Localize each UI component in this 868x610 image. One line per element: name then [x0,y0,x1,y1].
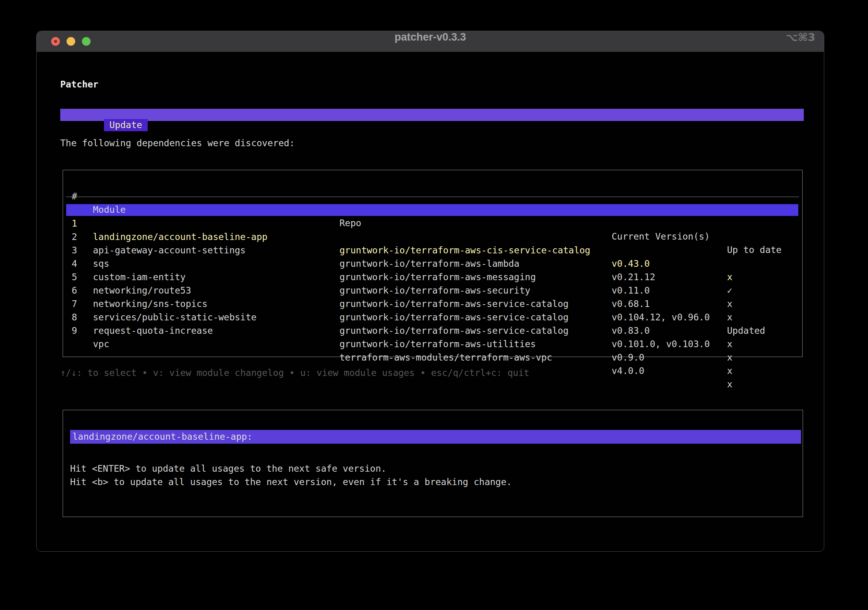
table-header-divider [66,197,799,197]
row-uptodate: Updated [727,324,765,337]
header-uptodate: Up to date [727,243,781,257]
table-row[interactable]: 1 landingzone/account-baseline-app grunt… [63,203,802,217]
intro-text: The following dependencies were discover… [60,136,295,150]
selected-module-header: landingzone/account-baseline-app: [70,430,801,444]
row-repo: gruntwork-io/terraform-aws-service-catal… [339,324,569,337]
titlebar[interactable]: patcher-v0.3.3 ⌥⌘3 [37,31,824,52]
tab-update[interactable]: Update [104,119,148,131]
window-title: patcher-v0.3.3 [37,31,824,52]
row-uptodate: x [727,297,733,311]
row-version: v0.68.1 [612,297,650,311]
tab-bar: Update [60,109,804,121]
hint-enter-line: Hit <ENTER> to update all usages to the … [70,462,386,475]
row-module: networking/route53 [93,284,191,297]
row-uptodate: x [727,337,733,351]
row-module: api-gateway-account-settings [93,244,246,257]
table-header-row: # Module Repo Current Version(s) Up to d… [63,176,802,190]
row-index: 3 [72,244,77,257]
header-version: Current Version(s) [612,230,710,243]
row-version: v0.104.12, v0.96.0 [612,311,710,324]
app-heading: Patcher [60,78,98,91]
row-module: vpc [93,337,109,351]
row-index: 7 [72,297,77,311]
row-repo: terraform-aws-modules/terraform-aws-vpc [339,351,552,364]
row-module: services/public-static-website [93,311,256,324]
keyboard-help: ↑/↓: to select • v: view module changelo… [60,366,529,379]
row-module: sqs [93,257,109,270]
row-module: custom-iam-entity [93,270,185,284]
row-version: v4.0.0 [612,364,644,378]
table-body: 1 landingzone/account-baseline-app grunt… [63,203,802,324]
row-index: 1 [72,217,77,230]
header-repo: Repo [339,216,361,230]
row-version: v0.21.12 [612,270,655,284]
row-index: 4 [72,257,77,270]
row-version: v0.11.0 [612,284,650,297]
row-index: 5 [72,270,77,284]
row-uptodate: x [727,311,733,324]
dependencies-table: # Module Repo Current Version(s) Up to d… [63,170,803,357]
row-repo: gruntwork-io/terraform-aws-utilities [339,337,536,351]
detail-panel: landingzone/account-baseline-app: Hit <E… [63,410,803,517]
row-uptodate: x [727,364,733,378]
row-index: 6 [72,284,77,297]
row-index: 2 [72,230,77,244]
row-version: v0.101.0, v0.103.0 [612,337,710,351]
header-module: Module [93,203,126,216]
row-version: v0.83.0 [612,324,650,337]
row-repo: gruntwork-io/terraform-aws-cis-service-c… [339,244,590,257]
row-repo: gruntwork-io/terraform-aws-security [339,284,530,297]
desktop: patcher-v0.3.3 ⌥⌘3 Patcher Update The fo… [0,0,868,610]
hint-breaking-line: Hit <b> to update all usages to the next… [70,475,512,489]
row-module: request-quota-increase [93,324,213,337]
row-module: landingzone/account-baseline-app [93,230,267,244]
row-uptodate: x [727,378,733,391]
row-index: 9 [72,324,77,337]
row-repo: gruntwork-io/terraform-aws-service-catal… [339,297,569,311]
row-index: 8 [72,311,77,324]
row-version: v0.9.0 [612,351,644,364]
row-module: networking/sns-topics [93,297,208,311]
terminal-content: Patcher Update The following dependencie… [37,52,824,551]
table-row[interactable]: 2 api-gateway-account-settings gruntwork… [63,217,802,230]
row-version: v0.43.0 [612,257,650,270]
header-index: # [72,190,77,203]
tab-shortcut-hint: ⌥⌘3 [786,31,815,52]
row-repo: gruntwork-io/terraform-aws-lambda [339,257,519,270]
row-repo: gruntwork-io/terraform-aws-service-catal… [339,311,569,324]
row-uptodate: x [727,270,733,284]
row-repo: gruntwork-io/terraform-aws-messaging [339,270,536,284]
row-uptodate: x [727,351,733,364]
row-uptodate: ✓ [727,284,733,297]
terminal-window: patcher-v0.3.3 ⌥⌘3 Patcher Update The fo… [36,31,824,552]
